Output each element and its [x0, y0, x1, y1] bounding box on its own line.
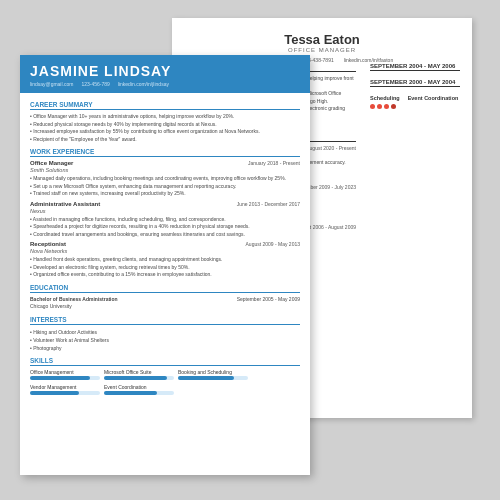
front-job1-title: Office Manager	[30, 160, 73, 166]
skill-2-bg	[104, 376, 174, 380]
event-label: Event Coordination	[408, 95, 459, 101]
skill-2: Microsoft Office Suite	[104, 369, 174, 380]
skill-3-label: Booking and Scheduling	[178, 369, 248, 375]
skill-4-label: Vendor Management	[30, 384, 100, 390]
dot-4	[391, 104, 396, 109]
front-job3-header: Receptionist August 2009 - May 2013	[30, 241, 300, 247]
front-job1-b3: • Trained staff on new systems, increasi…	[30, 190, 300, 198]
front-job2-b3: • Coordinated travel arrangements and bo…	[30, 231, 300, 239]
front-header-bar: JASMINE LINDSAY lindsay@gmail.com 123-45…	[20, 55, 310, 93]
back-right-col: September 2004 - May 2006 September 2000…	[370, 63, 460, 265]
front-summary: • Office Manager with 10+ years in admin…	[30, 113, 300, 143]
skill-5: Event Coordination	[104, 384, 174, 395]
scheduling-label: Scheduling	[370, 95, 400, 101]
skill-4: Vendor Management	[30, 384, 100, 395]
front-job2-bullets: • Assisted in managing office functions,…	[30, 216, 300, 239]
interest-3: • Photography	[30, 344, 300, 352]
front-phone: 123-456-789	[81, 81, 109, 87]
front-job2-header: Administrative Assistant June 2013 - Dec…	[30, 201, 300, 207]
front-job1-header: Office Manager January 2018 - Present	[30, 160, 300, 166]
front-edu-date: September 2005 - May 2009	[237, 296, 300, 311]
front-job2-title: Administrative Assistant	[30, 201, 100, 207]
front-job2-b2: • Spearheaded a project for digitize rec…	[30, 223, 300, 231]
front-degree: Bachelor of Business Administration	[30, 296, 118, 304]
front-sum-b1: • Office Manager with 10+ years in admin…	[30, 113, 300, 121]
skill-4-bg	[30, 391, 100, 395]
skill-3-bg	[178, 376, 248, 380]
dot-1	[370, 104, 375, 109]
front-sum-b4: • Recipient of the "Employee of the Year…	[30, 136, 300, 144]
front-edu-title: EDUCATION	[30, 284, 300, 293]
interest-2: • Volunteer Work at Animal Shelters	[30, 336, 300, 344]
skill-3-fill	[178, 376, 234, 380]
back-job-title: OFFICE MANAGER	[184, 47, 460, 53]
skill-2-fill	[104, 376, 167, 380]
skill-4-fill	[30, 391, 79, 395]
front-job2-company: Nexus	[30, 208, 300, 214]
front-job1-b2: • Set up a new Microsoft Office system, …	[30, 183, 300, 191]
front-exp-title: WORK EXPERIENCE	[30, 148, 300, 157]
front-sum-b3: • Increased employee satisfaction by 55%…	[30, 128, 300, 136]
front-linkedin: linkedin.com/in/jlindsay	[118, 81, 169, 87]
skills-dots	[370, 104, 460, 109]
back-right-date2: September 2000 - May 2004	[370, 79, 460, 87]
skill-2-label: Microsoft Office Suite	[104, 369, 174, 375]
front-job2-b1: • Assisted in managing office functions,…	[30, 216, 300, 224]
front-resume: JASMINE LINDSAY lindsay@gmail.com 123-45…	[20, 55, 310, 475]
front-summary-title: CAREER SUMMARY	[30, 101, 300, 110]
front-email: lindsay@gmail.com	[30, 81, 73, 87]
front-job3-date: August 2009 - May 2013	[246, 241, 300, 247]
back-job1-date: August 2020 - Present	[306, 145, 356, 151]
front-contact-row: lindsay@gmail.com 123-456-789 linkedin.c…	[30, 81, 300, 87]
dot-2	[377, 104, 382, 109]
interest-1: • Hiking and Outdoor Activities	[30, 328, 300, 336]
skill-1-bg	[30, 376, 100, 380]
dot-3	[384, 104, 389, 109]
front-job3-b3: • Organized office events, contributing …	[30, 271, 300, 279]
front-job1-date: January 2018 - Present	[248, 160, 300, 166]
front-name: JASMINE LINDSAY	[30, 63, 300, 79]
front-sum-b2: • Reduced physical storage needs by 40% …	[30, 121, 300, 129]
front-edu-left: Bachelor of Business Administration Chic…	[30, 296, 118, 311]
skill-3: Booking and Scheduling	[178, 369, 248, 380]
back-right-skills: Scheduling Event Coordination	[370, 95, 460, 109]
front-job1-company: Smith Solutions	[30, 167, 300, 173]
front-job3-title: Receptionist	[30, 241, 66, 247]
skill-1-label: Office Management	[30, 369, 100, 375]
front-interests-list: • Hiking and Outdoor Activities • Volunt…	[30, 328, 300, 352]
front-job3-company: Nova Networks	[30, 248, 300, 254]
front-job3-b1: • Handled front desk operations, greetin…	[30, 256, 300, 264]
skill-1-fill	[30, 376, 90, 380]
skill-5-label: Event Coordination	[104, 384, 174, 390]
front-job1-b1: • Managed daily operations, including bo…	[30, 175, 300, 183]
front-skills-row: Office Management Microsoft Office Suite…	[30, 369, 300, 395]
front-job1-bullets: • Managed daily operations, including bo…	[30, 175, 300, 198]
front-skills-title: SKILLS	[30, 357, 300, 366]
skill-1: Office Management	[30, 369, 100, 380]
front-interests-title: INTERESTS	[30, 316, 300, 325]
skill-5-bg	[104, 391, 174, 395]
front-edu-row: Bachelor of Business Administration Chic…	[30, 296, 300, 311]
back-right-date1: September 2004 - May 2006	[370, 63, 460, 71]
front-job3-b2: • Developed an electronic filing system,…	[30, 264, 300, 272]
skill-5-fill	[104, 391, 157, 395]
page-wrapper: Tessa Eaton OFFICE MANAGER teaton@gmail.…	[0, 0, 500, 500]
back-name: Tessa Eaton	[184, 32, 460, 47]
front-school: Chicago University	[30, 303, 118, 311]
front-job2-date: June 2013 - December 2017	[237, 201, 300, 207]
front-job3-bullets: • Handled front desk operations, greetin…	[30, 256, 300, 279]
